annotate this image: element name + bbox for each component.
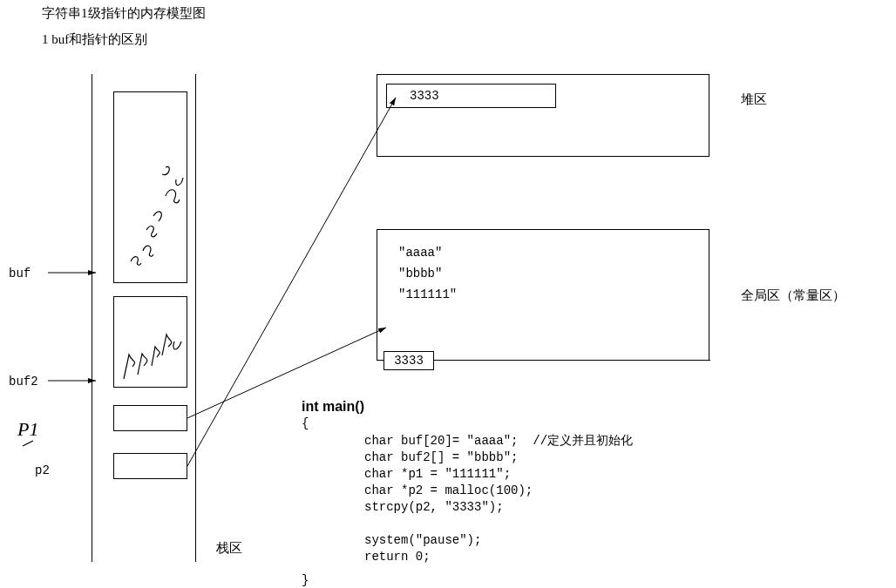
global-region: "aaaa" "bbbb" "111111"	[377, 229, 709, 360]
global-bbbb: "bbbb"	[398, 267, 709, 280]
p1-label: P1	[17, 418, 38, 441]
global-aaaa: "aaaa"	[398, 246, 709, 260]
global-3333-box: 3333	[384, 351, 434, 370]
stack-buf2-box	[113, 296, 187, 388]
stack-p1-box	[113, 405, 187, 431]
global-border-right	[434, 360, 710, 361]
global-111111: "111111"	[398, 287, 709, 301]
p2-label: p2	[35, 463, 50, 477]
buf2-label: buf2	[9, 375, 38, 389]
code-main-signature: int main()	[302, 399, 364, 415]
stack-p2-box	[113, 453, 187, 479]
p1-underline	[23, 441, 33, 446]
page-title: 字符串1级指针的内存模型图	[42, 5, 206, 22]
buf-label: buf	[9, 267, 31, 280]
code-body: char buf[20]= "aaaa"; //定义并且初始化 char buf…	[364, 433, 633, 565]
page-subtitle: 1 buf和指针的区别	[42, 31, 147, 48]
code-brace-open: {	[302, 416, 309, 430]
stack-region-label: 栈区	[216, 540, 242, 557]
heap-region: 3333	[377, 74, 709, 157]
code-brace-close: }	[302, 573, 309, 587]
global-border-left	[377, 360, 384, 361]
stack-buf-box	[113, 91, 187, 283]
heap-region-label: 堆区	[741, 91, 767, 108]
global-region-label: 全局区（常量区）	[741, 287, 845, 304]
heap-value-box: 3333	[386, 84, 556, 108]
arrow-p2-to-heap	[187, 98, 396, 466]
